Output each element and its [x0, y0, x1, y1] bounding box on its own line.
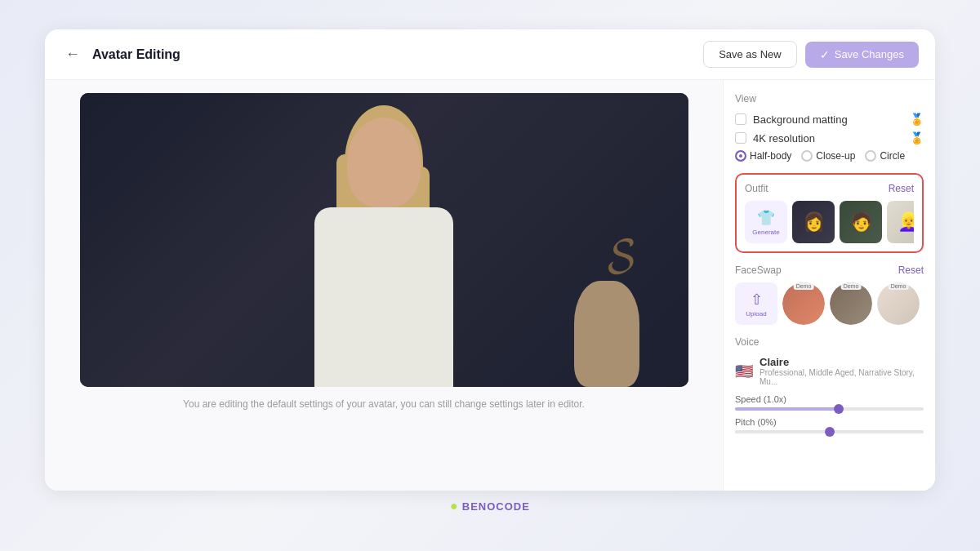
save-as-new-button[interactable]: Save as New — [703, 41, 797, 68]
header: ← Avatar Editing Save as New ✓ Save Chan… — [45, 29, 935, 80]
main-card: ← Avatar Editing Save as New ✓ Save Chan… — [45, 29, 935, 491]
voice-name: Claire — [760, 356, 924, 368]
pitch-slider[interactable] — [735, 430, 924, 433]
voice-section: Voice 🇺🇸 Claire Professional, Middle Age… — [735, 336, 924, 433]
body — [314, 207, 453, 387]
header-right: Save as New ✓ Save Changes — [703, 41, 919, 68]
footer: ● BENOCODE — [442, 491, 538, 522]
faceswap-section: FaceSwap Reset ⇧ Upload Demo Demo — [735, 264, 924, 325]
upload-label: Upload — [746, 310, 766, 318]
outfit-header: Outfit Reset — [745, 183, 914, 194]
voice-description: Professional, Middle Aged, Narrative Sto… — [760, 368, 924, 386]
radio-close-up-label: Close-up — [816, 150, 855, 162]
generate-icon: 👕 — [757, 209, 775, 227]
check-icon: ✓ — [820, 48, 830, 61]
demo-face-3[interactable]: Demo — [877, 282, 920, 325]
view-label: View — [735, 93, 924, 104]
pitch-slider-row: Pitch (0%) — [735, 417, 924, 433]
flag-icon: 🇺🇸 — [735, 362, 753, 380]
faceswap-scroll: ⇧ Upload Demo Demo Demo › — [735, 282, 924, 325]
footer-brand: ● BENOCODE — [450, 499, 530, 513]
face — [347, 118, 421, 207]
generate-outfit-button[interactable]: 👕 Generate — [745, 201, 787, 243]
speed-thumb[interactable] — [834, 404, 844, 414]
view-radio-group: Half-body Close-up Circle — [735, 150, 924, 162]
generate-label: Generate — [752, 229, 779, 236]
bg-matting-left: Background matting — [735, 113, 848, 126]
speed-slider-row: Speed (1.0x) — [735, 394, 924, 411]
voice-label: Voice — [735, 336, 924, 348]
right-panel: View Background matting 🏅 4K resolution … — [723, 80, 935, 491]
radio-circle[interactable]: Circle — [865, 150, 905, 162]
demo-face-1[interactable]: Demo — [782, 282, 825, 325]
vase-decoration — [574, 281, 639, 387]
outfit-thumb-3[interactable]: 👱‍♀️ — [887, 201, 914, 243]
speed-fill — [735, 407, 839, 411]
resolution-4k-label: 4K resolution — [753, 132, 815, 144]
resolution-premium-icon: 🏅 — [910, 131, 924, 144]
view-section: View Background matting 🏅 4K resolution … — [735, 93, 924, 162]
voice-row: 🇺🇸 Claire Professional, Middle Aged, Nar… — [735, 356, 924, 386]
outfit-reset-button[interactable]: Reset — [889, 183, 914, 194]
speed-slider[interactable] — [735, 407, 924, 411]
radio-close-up-btn — [801, 150, 813, 162]
background-matting-checkbox[interactable] — [735, 113, 746, 125]
resolution-4k-row: 4K resolution 🏅 — [735, 131, 924, 144]
background-matting-row: Background matting 🏅 — [735, 113, 924, 126]
upload-icon: ⇧ — [751, 291, 763, 309]
caption-text: You are editing the default settings of … — [183, 398, 585, 410]
faceswap-header: FaceSwap Reset — [735, 264, 924, 276]
upload-face-button[interactable]: ⇧ Upload — [735, 282, 777, 325]
pitch-label: Pitch (0%) — [735, 417, 924, 427]
faceswap-reset-button[interactable]: Reset — [898, 264, 924, 276]
outfit-scroll: 👕 Generate 👩 🧑 👱‍♀️ › — [745, 201, 914, 243]
back-button[interactable]: ← — [61, 43, 84, 66]
page-title: Avatar Editing — [92, 47, 180, 62]
brand-dot-icon: ● — [450, 499, 459, 513]
voice-info: Claire Professional, Middle Aged, Narrat… — [760, 356, 924, 386]
branches-decoration: 𝓢 — [601, 229, 639, 283]
faceswap-title: FaceSwap — [735, 264, 782, 276]
resolution-4k-checkbox[interactable] — [735, 132, 746, 144]
outfit-section: Outfit Reset 👕 Generate 👩 🧑 👱‍♀ — [735, 173, 924, 253]
content: 𝓢 You are editing the default settings o… — [45, 80, 935, 491]
bg-matting-premium-icon: 🏅 — [910, 113, 924, 126]
radio-half-body-label: Half-body — [750, 150, 791, 162]
radio-circle-btn — [865, 150, 876, 162]
speed-label: Speed (1.0x) — [735, 394, 924, 404]
background-matting-label: Background matting — [753, 113, 848, 126]
preview-area: 𝓢 You are editing the default settings o… — [45, 80, 723, 491]
outfit-title: Outfit — [745, 183, 768, 194]
demo-2-label: Demo — [841, 282, 862, 290]
radio-half-body[interactable]: Half-body — [735, 150, 791, 162]
outfit-thumb-1[interactable]: 👩 — [792, 201, 835, 243]
avatar-figure — [253, 93, 514, 387]
save-changes-button[interactable]: ✓ Save Changes — [805, 42, 919, 68]
radio-close-up[interactable]: Close-up — [801, 150, 855, 162]
outfit-thumb-2[interactable]: 🧑 — [840, 201, 882, 243]
demo-1-label: Demo — [794, 282, 814, 290]
pitch-thumb[interactable] — [825, 427, 835, 437]
resolution-left: 4K resolution — [735, 132, 815, 144]
brand-name: BENOCODE — [462, 500, 530, 513]
radio-circle-label: Circle — [880, 150, 905, 162]
header-left: ← Avatar Editing — [61, 43, 180, 66]
pitch-fill — [735, 430, 830, 433]
demo-3-label: Demo — [889, 282, 909, 290]
video-preview: 𝓢 — [80, 93, 688, 387]
video-background: 𝓢 — [80, 93, 688, 387]
radio-half-body-btn — [735, 150, 746, 162]
demo-face-2[interactable]: Demo — [830, 282, 872, 325]
